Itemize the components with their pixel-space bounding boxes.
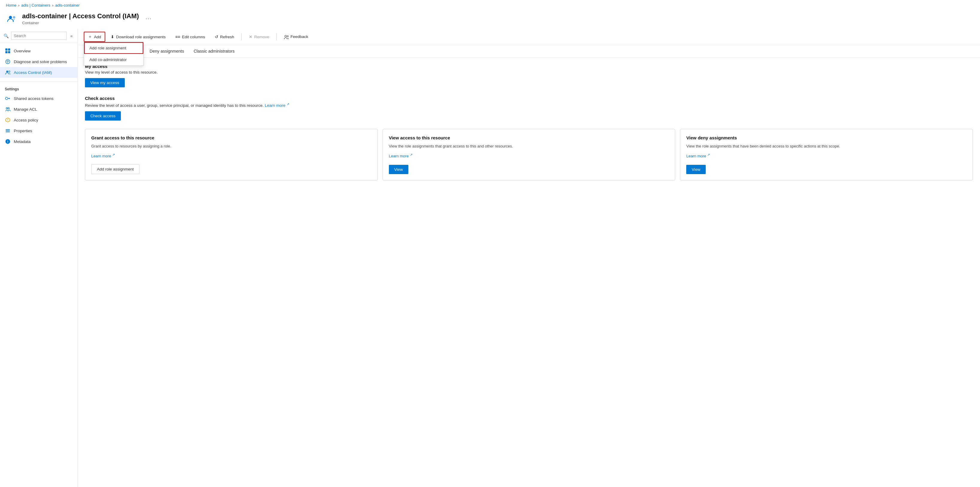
card-view-deny: View deny assignments View the role assi… [680,129,973,180]
view-my-access-button[interactable]: View my access [85,78,125,88]
sidebar-search-area: 🔍 « [0,29,78,43]
remove-icon: ✕ [249,34,253,39]
policy-icon [5,117,11,123]
sidebar-item-shared-tokens[interactable]: Shared access tokens [0,93,78,104]
breadcrumb: Home › adls | Containers › adls-containe… [0,0,980,11]
more-options-icon[interactable]: ··· [145,16,152,22]
check-access-button[interactable]: Check access [85,111,121,121]
feedback-button-label: Feedback [291,34,308,39]
card-view-title: View access to this resource [389,135,669,140]
svg-rect-5 [8,51,10,53]
card-deny-learn-more-label: Learn more [686,154,706,158]
card-grant-learn-more-label: Learn more [91,154,111,158]
card-view-learn-more-label: Learn more [389,154,409,158]
edit-columns-label: Edit columns [182,35,205,39]
card-view-desc: View the role assignments that grant acc… [389,144,669,159]
dropdown-add-co-admin[interactable]: Add co-administrator [84,54,143,65]
download-icon: ⬇ [111,34,114,39]
sidebar-item-access-policy[interactable]: Access policy [0,115,78,125]
card-view-button[interactable]: View [389,165,408,174]
sidebar-nav: Overview Diagnose and solve problems Acc… [0,43,78,80]
add-dropdown-wrapper: ＋ Add Add role assignment Add co-adminis… [84,32,105,42]
sidebar-item-manage-acl-label: Manage ACL [14,107,37,111]
svg-rect-2 [5,48,8,51]
svg-point-14 [6,108,8,109]
main-content: My access View my level of access to thi… [78,58,980,186]
check-access-learn-more[interactable]: Learn more ↗ [265,103,289,108]
add-button[interactable]: ＋ Add [84,32,105,42]
diagnose-icon [5,59,11,65]
refresh-button[interactable]: ↺ Refresh [211,32,239,41]
sidebar-item-diagnose[interactable]: Diagnose and solve problems [0,56,78,67]
external-icon-3: ↗ [707,153,710,156]
edit-columns-button[interactable]: ≡≡ Edit columns [171,32,209,41]
download-button-label: Download role assignments [116,35,166,39]
svg-point-15 [8,108,10,109]
refresh-button-label: Refresh [220,35,234,39]
sidebar-item-iam-label: Access Control (IAM) [14,70,52,75]
acl-icon [5,106,11,112]
breadcrumb-container[interactable]: adls-container [55,3,80,8]
download-button[interactable]: ⬇ Download role assignments [107,32,170,41]
svg-text:i: i [8,140,8,143]
svg-point-10 [5,97,8,100]
check-access-title: Check access [85,96,973,101]
overview-icon [5,48,11,54]
sidebar-item-metadata-label: Metadata [14,139,30,144]
learn-more-label: Learn more [265,103,285,108]
page-subtitle: Container [22,21,139,25]
content-area: ＋ Add Add role assignment Add co-adminis… [78,29,980,487]
svg-rect-20 [6,131,10,131]
card-view-footer: View [389,165,669,174]
card-deny-button[interactable]: View [686,165,706,174]
card-view-access: View access to this resource View the ro… [383,129,676,180]
sidebar-item-shared-tokens-label: Shared access tokens [14,96,54,101]
refresh-icon: ↺ [215,34,218,39]
add-dropdown-menu: Add role assignment Add co-administrator [84,42,143,66]
tab-classic-admins[interactable]: Classic administrators [189,45,239,58]
card-grant-button[interactable]: Add role assignment [91,164,139,174]
card-view-learn-more[interactable]: Learn more ↗ [389,154,412,158]
svg-point-9 [9,71,10,72]
tab-deny-assignments[interactable]: Deny assignments [145,45,189,58]
dropdown-add-role[interactable]: Add role assignment [84,42,143,54]
my-access-desc: View my level of access to this resource… [85,70,973,75]
sidebar-item-manage-acl[interactable]: Manage ACL [0,104,78,115]
tab-classic-admins-label: Classic administrators [194,49,234,54]
feedback-button[interactable]: Feedback [280,32,312,41]
card-grant-learn-more[interactable]: Learn more ↗ [91,154,115,158]
svg-rect-21 [6,132,10,132]
svg-rect-3 [8,48,10,51]
page-header: adls-container | Access Control (IAM) Co… [0,11,980,29]
sidebar-item-iam[interactable]: Access Control (IAM) [0,67,78,78]
add-icon: ＋ [88,34,92,40]
card-grant-access: Grant access to this resource Grant acce… [85,129,378,180]
search-input[interactable] [11,32,67,40]
remove-button[interactable]: ✕ Remove [245,32,274,41]
metadata-icon: i [5,138,11,145]
card-deny-learn-more[interactable]: Learn more ↗ [686,154,710,158]
sidebar-item-properties-label: Properties [14,129,32,133]
settings-section-title: Settings [0,83,78,93]
card-deny-desc: View the role assignments that have been… [686,144,967,159]
svg-rect-19 [6,129,10,130]
remove-button-label: Remove [254,35,269,39]
breadcrumb-containers[interactable]: adls | Containers [21,3,50,8]
sidebar-item-metadata[interactable]: i Metadata [0,136,78,147]
svg-point-0 [9,16,12,19]
search-icon: 🔍 [3,33,9,38]
resource-icon [6,13,18,25]
add-button-label: Add [94,35,101,39]
svg-point-18 [8,121,8,121]
sidebar-item-overview[interactable]: Overview [0,46,78,56]
my-access-section: My access View my level of access to thi… [85,64,973,88]
breadcrumb-home[interactable]: Home [6,3,16,8]
properties-icon [5,128,11,134]
sidebar-divider [0,81,78,82]
check-access-section: Check access Review the level of access … [85,96,973,121]
page-title: adls-container | Access Control (IAM) [22,12,139,20]
collapse-button[interactable]: « [69,32,74,40]
sidebar-item-overview-label: Overview [14,49,30,53]
sidebar-item-properties[interactable]: Properties [0,125,78,136]
check-access-desc: Review the level of access a user, group… [85,102,973,108]
